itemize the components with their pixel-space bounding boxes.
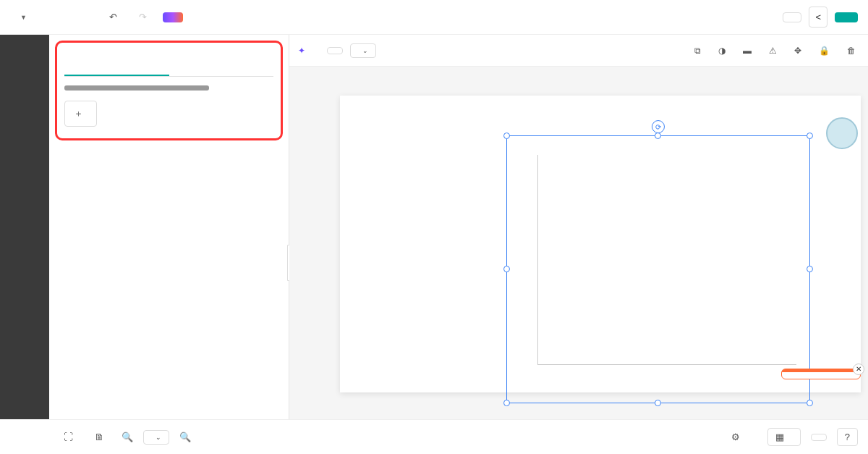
undo-icon: ↶	[109, 12, 117, 22]
font-select[interactable]	[327, 47, 343, 54]
zoom-select[interactable]: ⌄	[143, 430, 169, 445]
expand-icon: ⛶	[64, 432, 73, 442]
delete-button[interactable]: 🗑	[843, 43, 859, 58]
undo-button[interactable]: ↶	[103, 9, 126, 25]
lock-button[interactable]: 🔒	[815, 43, 836, 58]
gear-icon: ⚙	[731, 432, 740, 442]
rotate-handle[interactable]: ⟳	[652, 120, 665, 133]
copy-button[interactable]: ⧉	[691, 43, 707, 58]
zoom-out-button[interactable]: 🔍	[122, 432, 133, 442]
share-button[interactable]	[783, 12, 801, 22]
resize-handle-se[interactable]	[807, 400, 813, 406]
layer-button[interactable]	[811, 434, 827, 441]
ai-generate-button[interactable]	[163, 12, 183, 22]
survey-popup: ✕	[781, 369, 861, 379]
menu-button[interactable]	[63, 14, 75, 20]
left-sidebar	[0, 35, 49, 419]
zoom-in-button[interactable]: 🔍	[179, 432, 191, 442]
copy-icon: ⧉	[694, 46, 701, 56]
canvas-page[interactable]: ⟳	[340, 96, 861, 392]
page-select[interactable]: ▦	[767, 428, 801, 446]
share-link-button[interactable]: <	[809, 7, 827, 28]
finish-button[interactable]: 🗎	[90, 429, 111, 445]
download-button[interactable]	[835, 12, 858, 22]
language-selector[interactable]: ▼	[17, 14, 27, 21]
preview-button[interactable]: ⛶	[59, 429, 80, 445]
book-icon: ▦	[775, 432, 784, 442]
redo-button[interactable]: ↷	[133, 9, 156, 25]
resize-handle-n[interactable]	[655, 133, 661, 139]
magic-icon[interactable]: ✦	[298, 46, 305, 56]
mascot-avatar[interactable]	[826, 117, 858, 149]
resize-handle-s[interactable]	[655, 400, 661, 406]
edit-panel: ＋ ‹	[49, 35, 289, 419]
help-button[interactable]: ?	[837, 428, 858, 446]
align-button[interactable]: ✥	[791, 43, 808, 58]
share-icon: <	[815, 12, 821, 22]
survey-header	[782, 369, 860, 372]
horizontal-scrollbar[interactable]	[64, 85, 209, 91]
font-size-select[interactable]: ⌄	[350, 43, 376, 58]
tab-settings[interactable]	[169, 60, 274, 76]
resize-button[interactable]: ⚙	[727, 429, 747, 445]
add-series-button[interactable]: ＋	[64, 101, 97, 127]
resize-handle-w[interactable]	[503, 266, 510, 272]
opacity-icon: ◑	[718, 46, 726, 56]
flip-icon: ⚠	[769, 46, 777, 56]
redo-icon: ↷	[139, 12, 147, 22]
document-icon: 🗎	[95, 432, 104, 442]
opacity-button[interactable]: ◑	[715, 43, 732, 58]
resize-handle-sw[interactable]	[503, 400, 510, 406]
align-icon: ✥	[794, 46, 801, 56]
shadow-icon: ▬	[743, 46, 752, 56]
lock-icon: 🔒	[819, 46, 830, 56]
bar-chart	[522, 151, 796, 390]
plus-icon: ＋	[74, 107, 83, 120]
resize-handle-e[interactable]	[807, 266, 813, 272]
survey-close-button[interactable]: ✕	[853, 363, 864, 375]
flip-button[interactable]: ⚠	[765, 43, 783, 58]
shadow-button[interactable]: ▬	[739, 43, 758, 58]
panel-title	[57, 43, 281, 60]
resize-handle-ne[interactable]	[807, 133, 813, 139]
canvas[interactable]: ⟳	[289, 67, 868, 419]
tab-data[interactable]	[64, 60, 169, 76]
selection-box[interactable]: ⟳	[506, 135, 810, 403]
trash-icon: 🗑	[847, 46, 856, 56]
resize-handle-nw[interactable]	[503, 133, 510, 139]
